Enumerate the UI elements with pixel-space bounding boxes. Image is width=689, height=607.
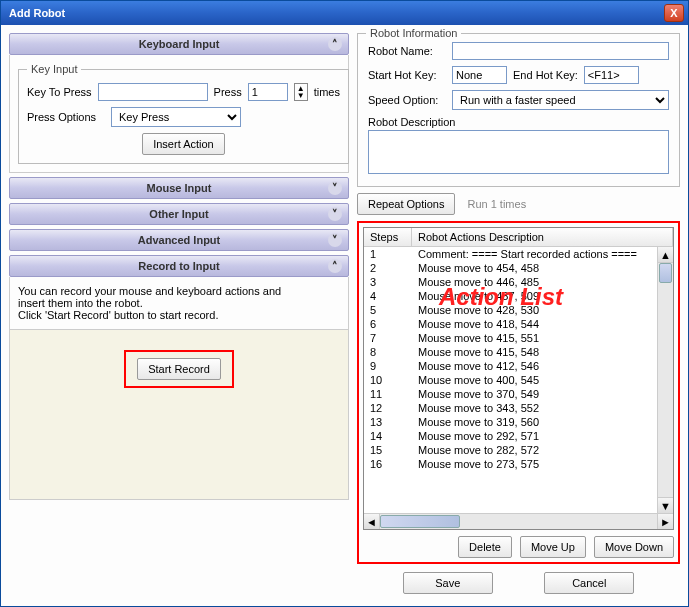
step-cell: 6 [364,317,412,331]
accordion-keyboard-input[interactable]: Keyboard Input ˄ [9,33,349,55]
end-hotkey-input[interactable] [584,66,639,84]
scroll-right-icon[interactable]: ► [657,514,673,529]
press-count-input[interactable] [248,83,288,101]
hscroll-thumb[interactable] [380,515,460,528]
desc-cell: Mouse move to 319, 560 [412,415,673,429]
updown-icon[interactable]: ▲▼ [294,83,308,101]
accordion-label: Mouse Input [147,182,212,194]
table-row[interactable]: 8Mouse move to 415, 548 [364,345,673,359]
desc-cell: Mouse move to 412, 546 [412,359,673,373]
speed-option-label: Speed Option: [368,94,446,106]
record-input-body: You can record your mouse and keyboard a… [9,277,349,330]
table-row[interactable]: 2Mouse move to 454, 458 [364,261,673,275]
table-row[interactable]: 14Mouse move to 292, 571 [364,429,673,443]
delete-button[interactable]: Delete [458,536,512,558]
scroll-down-icon[interactable]: ▼ [658,497,673,513]
insert-action-button[interactable]: Insert Action [142,133,225,155]
step-cell: 4 [364,289,412,303]
keyboard-input-body: Key Input Key To Press Press ▲▼ times Pr… [9,55,349,173]
start-record-button[interactable]: Start Record [137,358,221,380]
col-steps-header[interactable]: Steps [364,228,412,246]
record-button-area: Start Record [9,330,349,500]
left-panel: Keyboard Input ˄ Key Input Key To Press … [9,33,349,598]
record-instructions-2: insert them into the robot. [18,297,340,309]
chevron-down-icon: ˅ [328,207,342,221]
desc-cell: Mouse move to 400, 545 [412,373,673,387]
robot-information-group: Robot Information Robot Name: Start Hot … [357,33,680,187]
accordion-other-input[interactable]: Other Input ˅ [9,203,349,225]
robot-desc-textarea[interactable] [368,130,669,174]
save-button[interactable]: Save [403,572,493,594]
accordion-label: Advanced Input [138,234,221,246]
record-highlight-box: Start Record [124,350,234,388]
table-row[interactable]: 3Mouse move to 446, 485 [364,275,673,289]
step-cell: 16 [364,457,412,471]
table-row[interactable]: 7Mouse move to 415, 551 [364,331,673,345]
step-cell: 3 [364,275,412,289]
robot-name-label: Robot Name: [368,45,446,57]
table-row[interactable]: 15Mouse move to 282, 572 [364,443,673,457]
accordion-label: Record to Input [138,260,219,272]
table-row[interactable]: 5Mouse move to 428, 530 [364,303,673,317]
repeat-summary-text: Run 1 times [467,198,526,210]
step-cell: 1 [364,247,412,261]
move-up-button[interactable]: Move Up [520,536,586,558]
desc-cell: Mouse move to 370, 549 [412,387,673,401]
desc-cell: Mouse move to 418, 544 [412,317,673,331]
accordion-advanced-input[interactable]: Advanced Input ˅ [9,229,349,251]
scroll-up-icon[interactable]: ▲ [658,247,673,263]
col-desc-header[interactable]: Robot Actions Description [412,228,673,246]
action-table: Steps Robot Actions Description 1Comment… [363,227,674,530]
scroll-thumb[interactable] [659,263,672,283]
step-cell: 13 [364,415,412,429]
desc-cell: Mouse move to 343, 552 [412,401,673,415]
close-button[interactable]: X [664,4,684,22]
desc-cell: Mouse move to 437, 509 [412,289,673,303]
step-cell: 7 [364,331,412,345]
action-table-header: Steps Robot Actions Description [364,228,673,247]
record-instructions-3: Click 'Start Record' button to start rec… [18,309,340,321]
content-area: Keyboard Input ˄ Key Input Key To Press … [1,25,688,606]
action-list-container: Action List Steps Robot Actions Descript… [357,221,680,564]
times-label: times [314,86,340,98]
action-rows[interactable]: 1Comment: ==== Start recorded actions ==… [364,247,673,513]
step-cell: 14 [364,429,412,443]
start-hotkey-input[interactable] [452,66,507,84]
key-to-press-input[interactable] [98,83,208,101]
table-row[interactable]: 12Mouse move to 343, 552 [364,401,673,415]
desc-cell: Mouse move to 282, 572 [412,443,673,457]
table-row[interactable]: 10Mouse move to 400, 545 [364,373,673,387]
table-row[interactable]: 13Mouse move to 319, 560 [364,415,673,429]
repeat-options-button[interactable]: Repeat Options [357,193,455,215]
desc-cell: Mouse move to 415, 551 [412,331,673,345]
accordion-label: Other Input [149,208,208,220]
step-cell: 11 [364,387,412,401]
vertical-scrollbar[interactable]: ▲ ▼ [657,247,673,513]
table-row[interactable]: 6Mouse move to 418, 544 [364,317,673,331]
desc-cell: Mouse move to 428, 530 [412,303,673,317]
robot-name-input[interactable] [452,42,669,60]
key-input-fieldset: Key Input Key To Press Press ▲▼ times Pr… [18,63,349,164]
desc-cell: Mouse move to 273, 575 [412,457,673,471]
key-input-legend: Key Input [27,63,81,75]
horizontal-scrollbar[interactable]: ◄ ► [364,513,673,529]
table-row[interactable]: 4Mouse move to 437, 509 [364,289,673,303]
table-row[interactable]: 11Mouse move to 370, 549 [364,387,673,401]
move-down-button[interactable]: Move Down [594,536,674,558]
table-row[interactable]: 16Mouse move to 273, 575 [364,457,673,471]
table-row[interactable]: 9Mouse move to 412, 546 [364,359,673,373]
chevron-down-icon: ˅ [328,233,342,247]
key-to-press-label: Key To Press [27,86,92,98]
scroll-left-icon[interactable]: ◄ [364,514,380,529]
chevron-up-icon: ˄ [328,259,342,273]
end-hotkey-label: End Hot Key: [513,69,578,81]
press-options-select[interactable]: Key Press [111,107,241,127]
window-title: Add Robot [9,7,65,19]
accordion-record-to-input[interactable]: Record to Input ˄ [9,255,349,277]
cancel-button[interactable]: Cancel [544,572,634,594]
title-bar: Add Robot X [1,1,688,25]
accordion-mouse-input[interactable]: Mouse Input ˅ [9,177,349,199]
speed-option-select[interactable]: Run with a faster speed [452,90,669,110]
table-row[interactable]: 1Comment: ==== Start recorded actions ==… [364,247,673,261]
chevron-down-icon: ˅ [328,181,342,195]
